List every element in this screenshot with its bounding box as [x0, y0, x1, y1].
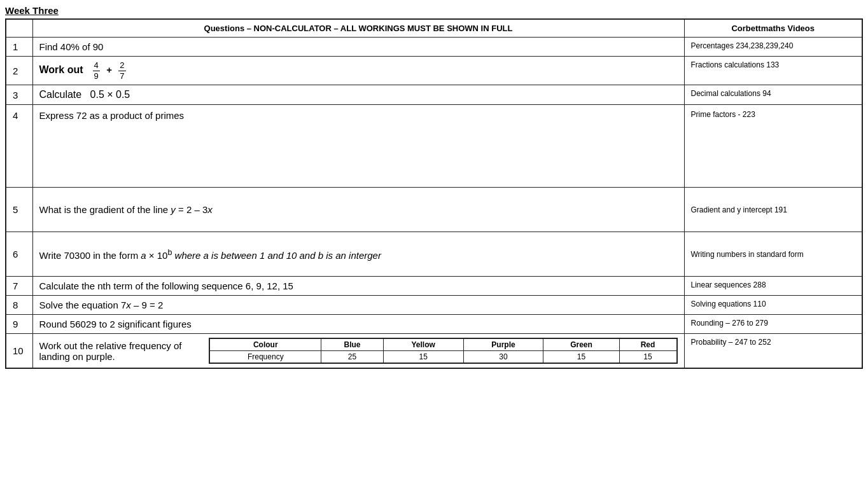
question-cell: Calculate the nth term of the following … — [32, 277, 684, 296]
question-cell: Calculate 0.5 × 0.5 — [32, 85, 684, 105]
freq-header-green: Green — [543, 338, 619, 351]
table-row: 9 Round 56029 to 2 significant figures R… — [6, 315, 862, 334]
freq-header-purple: Purple — [463, 338, 543, 351]
video-cell: Probability – 247 to 252 — [684, 334, 862, 369]
table-row: 10 Work out the relative frequency of la… — [6, 334, 862, 369]
freq-label: Frequency — [209, 351, 321, 364]
q6-text: Write 70300 in the form a × 10b where a … — [39, 250, 381, 261]
week-title: Week Three — [5, 5, 863, 16]
q2-plus: + — [104, 64, 115, 75]
freq-red: 15 — [619, 351, 676, 364]
row-num: 8 — [6, 296, 32, 315]
q10-content: Work out the relative frequency of landi… — [39, 338, 678, 364]
row-num: 6 — [6, 232, 32, 277]
main-table: Questions – NON-CALCULATOR – ALL WORKING… — [5, 18, 863, 369]
video-cell: Linear sequences 288 — [684, 277, 862, 296]
row-num: 5 — [6, 188, 32, 232]
frequency-table: Colour Blue Yellow Purple Green Red Freq… — [209, 338, 677, 364]
fraction-2: 2 7 — [118, 60, 125, 81]
q3-text: Calculate 0.5 × 0.5 — [39, 89, 130, 100]
row-num: 9 — [6, 315, 32, 334]
video-cell: Prime factors - 223 — [684, 105, 862, 188]
table-row: 6 Write 70300 in the form a × 10b where … — [6, 232, 862, 277]
video-cell: Decimal calculations 94 — [684, 85, 862, 105]
q5-text: What is the gradient of the line y = 2 –… — [39, 204, 213, 215]
question-cell: Work out the relative frequency of landi… — [32, 334, 684, 369]
freq-header-blue: Blue — [321, 338, 384, 351]
question-cell: Find 40% of 90 — [32, 38, 684, 57]
fraction-1: 4 9 — [93, 60, 100, 81]
freq-yellow: 15 — [383, 351, 463, 364]
row-num: 2 — [6, 57, 32, 85]
question-cell: Solve the equation 7x – 9 = 2 — [32, 296, 684, 315]
header-question: Questions – NON-CALCULATOR – ALL WORKING… — [32, 19, 684, 38]
table-row: 7 Calculate the nth term of the followin… — [6, 277, 862, 296]
freq-header-colour: Colour — [209, 338, 321, 351]
video-cell: Percentages 234,238,239,240 — [684, 38, 862, 57]
video-cell: Solving equations 110 — [684, 296, 862, 315]
q2-text: Work out — [39, 64, 89, 75]
row-num: 1 — [6, 38, 32, 57]
row-num: 10 — [6, 334, 32, 369]
video-cell: Gradient and y intercept 191 — [684, 188, 862, 232]
question-cell: Express 72 as a product of primes — [32, 105, 684, 188]
row-num: 3 — [6, 85, 32, 105]
row-num: 4 — [6, 105, 32, 188]
q8-text: Solve the equation 7x – 9 = 2 — [39, 300, 164, 310]
freq-header-red: Red — [619, 338, 676, 351]
question-cell: Work out 4 9 + 2 7 — [32, 57, 684, 85]
video-cell: Writing numbers in standard form — [684, 232, 862, 277]
freq-green: 15 — [543, 351, 619, 364]
table-row: 1 Find 40% of 90 Percentages 234,238,239… — [6, 38, 862, 57]
row-num: 7 — [6, 277, 32, 296]
freq-purple: 30 — [463, 351, 543, 364]
table-row: 5 What is the gradient of the line y = 2… — [6, 188, 862, 232]
video-cell: Rounding – 276 to 279 — [684, 315, 862, 334]
table-row: 4 Express 72 as a product of primes Prim… — [6, 105, 862, 188]
freq-header-yellow: Yellow — [383, 338, 463, 351]
header-video: Corbettmaths Videos — [684, 19, 862, 38]
page-container: Week Three Questions – NON-CALCULATOR – … — [0, 0, 868, 374]
q10-text: Work out the relative frequency of landi… — [39, 340, 202, 362]
video-cell: Fractions calculations 133 — [684, 57, 862, 85]
question-cell: Round 56029 to 2 significant figures — [32, 315, 684, 334]
table-row: 3 Calculate 0.5 × 0.5 Decimal calculatio… — [6, 85, 862, 105]
question-cell: What is the gradient of the line y = 2 –… — [32, 188, 684, 232]
question-cell: Write 70300 in the form a × 10b where a … — [32, 232, 684, 277]
table-row: 2 Work out 4 9 + 2 7 Fractions calculati… — [6, 57, 862, 85]
freq-blue: 25 — [321, 351, 384, 364]
table-row: 8 Solve the equation 7x – 9 = 2 Solving … — [6, 296, 862, 315]
header-num — [6, 19, 32, 38]
